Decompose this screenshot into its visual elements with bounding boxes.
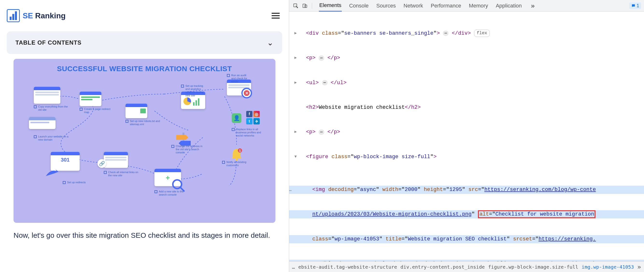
node-redirects: Set up redirects [63,181,86,184]
breadcrumb-overflow-icon[interactable]: » [637,263,641,271]
crumb-0[interactable]: ebsite-audit.tag-website-structure [298,264,397,270]
checklist-image: SUCCESSFUL WEBSITE MIGRATION CHECKLIST C… [14,59,276,223]
toc-label: TABLE OF CONTENTS [16,39,82,46]
chevron-down-icon: ⌄ [267,38,274,47]
telegram-icon: ✈ [254,118,260,124]
pie-chart-icon [182,96,202,106]
svg-rect-5 [198,98,200,106]
node-robots: Set up new robots.txt and sitemap.xml [126,104,162,126]
device-toggle-icon[interactable] [301,2,308,9]
node-launch: Launch your website on a new domain [34,135,70,141]
bell-icon: 1 [229,147,244,162]
tab-memory[interactable]: Memory [468,0,488,11]
menu-button[interactable] [269,10,282,21]
error-icon: ✕ [244,90,250,96]
tab-application[interactable]: Application [495,0,522,11]
inspect-icon[interactable] [292,2,299,9]
redirect-arrow-icon [44,166,60,178]
node-tracking: Set up tracking and analytics systems on… [181,92,205,109]
devtools-panel: Elements Console Sources Network Perform… [289,0,644,272]
messages-badge[interactable]: 1 [629,2,641,9]
tab-network[interactable]: Network [403,0,424,11]
site-header: SE Ranking [0,0,289,31]
svg-rect-3 [193,102,194,106]
tab-elements[interactable]: Elements [319,0,342,11]
crumb-3[interactable]: img.wp-image-41053 [582,264,634,270]
tab-sources[interactable]: Sources [376,0,396,11]
node-copy-old: Copy everything from the old site [34,87,70,111]
magnifier-icon [172,178,186,193]
svg-text:1: 1 [239,149,241,152]
devtools-tabs: Elements Console Sources Network Perform… [319,0,627,11]
elements-tree[interactable]: ▶<div class="se-banners se-banners_singl… [289,11,644,262]
node-audit: ✕ Run an audit and check for errors [227,80,251,95]
svg-rect-4 [196,100,197,106]
link-icon: 🔗 [98,159,106,168]
node-browser [29,117,56,129]
node-notify: 1 Notify all existing customers [229,147,244,162]
logo-icon [7,9,20,22]
twitter-icon: t [246,118,252,124]
svg-rect-13 [303,4,305,7]
node-add-site: + Add a new site to the search console [154,169,191,196]
alt-highlight: alt="Checklist for website migration [478,210,596,218]
crumb-1[interactable]: div.entry-content.post_inside [400,264,485,270]
breadcrumb-more[interactable]: … [292,264,295,270]
logo-text: SE Ranking [23,11,66,20]
logo[interactable]: SE Ranking [7,9,66,22]
node-replace-links: Replace links in all business profiles a… [232,128,268,137]
facebook-icon: f [246,111,252,117]
node-check-links: 🔗 Check all internal links on the new si… [104,152,140,177]
tab-console[interactable]: Console [348,0,369,11]
user-icon: 👤 [232,113,242,123]
checklist-title: SUCCESSFUL WEBSITE MIGRATION CHECKLIST [19,65,270,73]
table-of-contents-toggle[interactable]: TABLE OF CONTENTS ⌄ [7,31,282,54]
tabs-overflow-icon[interactable]: » [529,2,537,10]
node-create-map: Create a page redirect map [80,92,116,114]
selected-img-node[interactable]: ⋯<img decoding="async" width="2000" heig… [289,186,644,194]
tab-performance[interactable]: Performance [430,0,462,11]
elements-breadcrumb[interactable]: … ebsite-audit.tag-website-structure div… [289,262,644,272]
crumb-2[interactable]: figure.wp-block-image.size-full [488,264,578,270]
svg-marker-7 [176,135,188,140]
social-icons: f ◎ t ✈ [246,111,261,124]
website-viewport: SE Ranking TABLE OF CONTENTS ⌄ SUCCESSFU… [0,0,289,272]
devtools-toolbar: Elements Console Sources Network Perform… [289,0,644,11]
svg-line-1 [180,187,184,192]
body-paragraph: Now, let's go over this site migration S… [0,223,289,241]
node-signpost: Change the address in the old site's sea… [174,130,193,150]
node-social: 👤 [232,113,242,123]
svg-rect-14 [305,5,307,7]
instagram-icon: ◎ [254,111,260,117]
